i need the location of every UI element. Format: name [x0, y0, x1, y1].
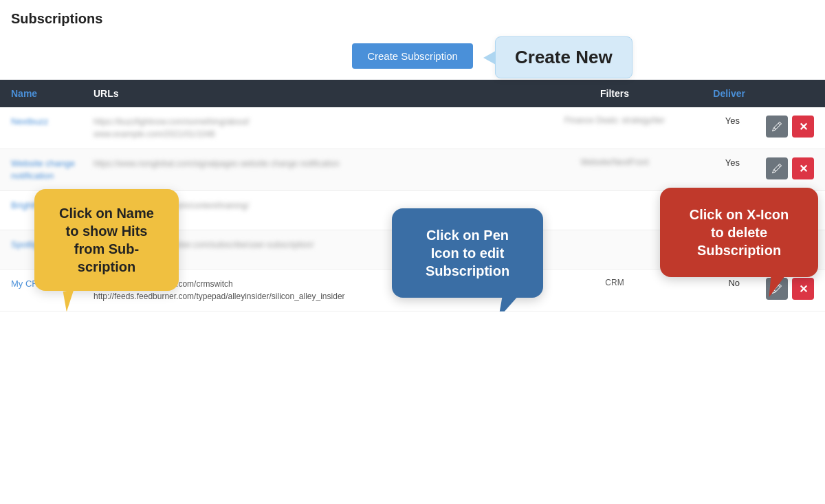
table-body: Nextbuzz https://buzzfightnow.com/someth… [0, 107, 825, 311]
table-header: Name URLs Filters Deliver [0, 80, 825, 107]
close-icon: ✕ [799, 243, 808, 256]
row-urls: http://feeds.feedburner.com/crmswitchhtt… [94, 278, 539, 303]
create-subscription-button[interactable]: Create Subscription [352, 43, 473, 69]
row-urls: https://www.fightingblocker.com/subscrib… [94, 239, 539, 251]
close-icon: ✕ [799, 162, 808, 175]
header-name: Name [11, 88, 94, 99]
pen-icon [772, 284, 782, 294]
table-row: My CRM http://feeds.feedburner.com/crmsw… [0, 270, 825, 311]
table-row: Brightfire Blog https://www.brightfire.c… [0, 191, 825, 230]
close-icon: ✕ [799, 120, 808, 133]
row-urls: https://www.nonglobal.com/signalpages we… [94, 157, 539, 170]
header-deliver: Deliver [690, 88, 745, 99]
row-filters: Website/NextFront [539, 157, 690, 167]
delete-button[interactable]: ✕ [792, 199, 814, 221]
row-actions: ✕ [745, 278, 814, 300]
delete-button[interactable]: ✕ [792, 278, 814, 300]
pen-icon [772, 164, 782, 173]
row-deliver: No [690, 278, 745, 288]
header-filters: Filters [539, 88, 690, 99]
row-name[interactable]: Spotlight Senior [11, 239, 94, 251]
header-urls: URLs [94, 88, 539, 99]
row-deliver: Yes [690, 116, 745, 126]
close-icon: ✕ [799, 204, 808, 217]
toolbar: Create Subscription Create New [0, 35, 825, 80]
create-new-tooltip: Create New [495, 36, 632, 78]
edit-button[interactable] [766, 239, 788, 261]
edit-button[interactable] [766, 199, 788, 221]
row-name[interactable]: My CRM [11, 278, 94, 290]
delete-button[interactable]: ✕ [792, 157, 814, 179]
row-filters: Finance Deals: strategy/tier [539, 116, 690, 125]
pen-icon [772, 122, 782, 131]
row-actions: ✕ [745, 116, 814, 138]
table-row: Website change notification https://www.… [0, 149, 825, 191]
row-deliver: Yes [690, 199, 745, 210]
edit-button[interactable] [766, 157, 788, 179]
edit-button[interactable] [766, 278, 788, 300]
row-urls: https://www.brightfire.com/content/train… [94, 199, 539, 212]
delete-button[interactable]: ✕ [792, 239, 814, 261]
pen-icon [772, 245, 782, 254]
table-row: Spotlight Senior https://www.fightingblo… [0, 230, 825, 270]
row-actions: ✕ [745, 239, 814, 261]
row-actions: ✕ [745, 199, 814, 221]
edit-button[interactable] [766, 116, 788, 138]
close-icon: ✕ [799, 283, 808, 296]
row-deliver: Yes [690, 157, 745, 168]
row-name[interactable]: Website change notification [11, 157, 94, 182]
table-row: Nextbuzz https://buzzfightnow.com/someth… [0, 107, 825, 149]
delete-button[interactable]: ✕ [792, 116, 814, 138]
row-filters: CRM [539, 278, 690, 287]
row-actions: ✕ [745, 157, 814, 179]
page-wrapper: Subscriptions Create Subscription Create… [0, 0, 825, 311]
page-title: Subscriptions [0, 11, 825, 35]
pen-icon [772, 206, 782, 215]
row-name[interactable]: Brightfire Blog [11, 199, 94, 212]
row-urls: https://buzzfightnow.com/something/about… [94, 116, 539, 140]
row-name[interactable]: Nextbuzz [11, 116, 94, 128]
